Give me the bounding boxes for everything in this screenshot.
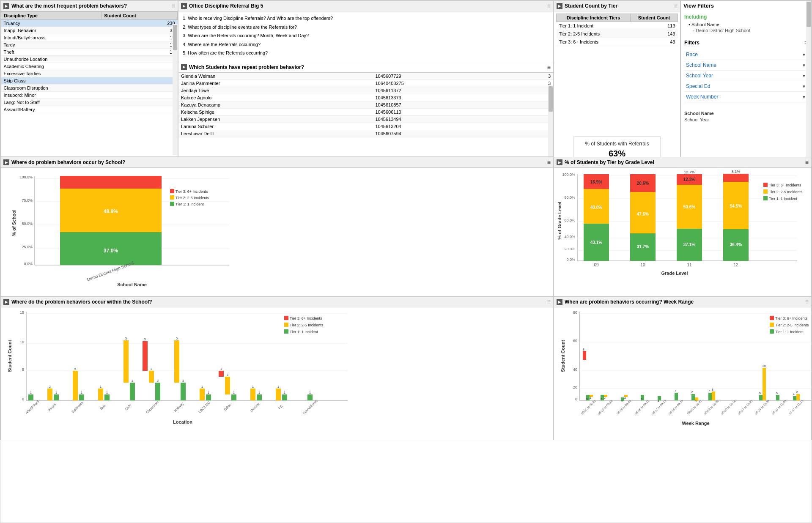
location-header: ▶ Where do the problem behaviors occur w… [1, 297, 553, 307]
table-row: Classroom Disruption7 [1, 85, 178, 92]
filter-row[interactable]: Race▼ [684, 49, 808, 60]
svg-text:8: 8 [712, 388, 713, 391]
week-range-header: ▶ When are problem behaviors occurring? … [554, 297, 811, 307]
svg-text:1: 1 [208, 391, 209, 394]
location-video-icon: ▶ [3, 299, 9, 305]
svg-text:1: 1 [30, 391, 32, 394]
svg-text:5: 5 [601, 398, 602, 401]
svg-text:30: 30 [763, 364, 766, 367]
svg-rect-147 [284, 329, 288, 334]
table-row: Kabree Agnolo10456133733 [178, 94, 553, 101]
svg-text:7: 7 [675, 389, 676, 392]
svg-rect-198 [759, 395, 763, 400]
filter-rows: Race▼School Name▼School Year▼Special Ed▼… [684, 49, 808, 102]
svg-text:1: 1 [258, 391, 260, 394]
svg-text:20: 20 [573, 385, 577, 389]
svg-text:50.0%: 50.0% [22, 222, 33, 226]
repeat-header: ▶ Which Students have repeat problem beh… [178, 62, 553, 73]
svg-text:1: 1 [55, 391, 57, 394]
list-item: 5. How often are the Referrals occurring… [183, 49, 549, 57]
svg-text:Other: Other [223, 403, 232, 412]
filter-row[interactable]: School Name▼ [684, 60, 808, 71]
svg-text:3: 3 [157, 379, 159, 382]
list-item: 1. Who is receiving Discipline Referrals… [183, 15, 549, 22]
problem-behaviors-title: What are the most frequent problem behav… [11, 3, 127, 9]
repeat-students-table: Glendia Welman10456077293Janina Pammente… [178, 73, 553, 137]
big5-menu[interactable]: ≡ [547, 3, 551, 9]
svg-text:5: 5 [22, 367, 24, 372]
week-chart: 80 60 40 20 0 8 5 2 08-15 to 08-21 [558, 307, 812, 434]
svg-text:40: 40 [573, 367, 577, 372]
table-row: Laraina Schuler10456132043 [178, 123, 553, 130]
svg-text:Tier 2: 2-5 Incidents: Tier 2: 2-5 Incidents [775, 323, 809, 327]
svg-text:5: 5 [641, 398, 642, 401]
table-row: Lang: Not to Staff7 [1, 99, 178, 106]
svg-rect-68 [763, 189, 768, 194]
svg-text:Tier 1: 1 Incident: Tier 1: 1 Incident [769, 197, 797, 201]
tier-menu[interactable]: ≡ [674, 3, 678, 9]
table-row: Jendayi Towe10456113723 [178, 87, 553, 94]
tier-grade-menu[interactable]: ≡ [805, 159, 809, 166]
svg-text:Hallway: Hallway [173, 402, 184, 413]
school-name-filter-item: • School Name [689, 22, 808, 27]
svg-text:6: 6 [691, 391, 693, 394]
filter-row[interactable]: Week Number▼ [684, 92, 808, 102]
svg-rect-96 [98, 389, 103, 400]
svg-rect-145 [284, 323, 288, 327]
view-filters-scrollbar-thumb [807, 2, 811, 27]
school-name-note: School Name School Year [684, 111, 808, 122]
tier-header: ▶ Student Count by Tier ≡ [554, 1, 680, 11]
week-menu[interactable]: ≡ [805, 298, 809, 305]
svg-text:09: 09 [594, 263, 599, 267]
svg-text:4: 4 [793, 393, 795, 396]
week-range-panel: ▶ When are problem behaviors occurring? … [554, 296, 812, 440]
problem-behaviors-menu[interactable]: ≡ [172, 3, 175, 9]
svg-text:Bathroom: Bathroom [71, 401, 84, 414]
school-video-icon: ▶ [3, 159, 9, 165]
tier-table: Discipline Incident Tiers Student Count … [556, 14, 678, 46]
svg-text:Tier 3: 6+ Incidents: Tier 3: 6+ Incidents [176, 189, 208, 194]
problem-school-header: ▶ Where do problem behaviors occur by Sc… [1, 157, 553, 168]
svg-rect-121 [231, 394, 236, 400]
svg-text:2: 2 [624, 396, 626, 399]
svg-text:Tier 2: 2-5 Incidents: Tier 2: 2-5 Incidents [176, 196, 209, 200]
location-menu[interactable]: ≡ [547, 298, 551, 305]
svg-rect-106 [149, 371, 154, 383]
svg-rect-81 [28, 394, 33, 400]
filters-section: Filters ≡ Race▼School Name▼School Year▼S… [684, 39, 808, 102]
svg-rect-128 [257, 394, 262, 400]
school-menu[interactable]: ≡ [547, 159, 551, 166]
svg-text:School Name: School Name [117, 282, 147, 287]
filters-header: Filters ≡ [684, 39, 808, 46]
filter-row[interactable]: School Year▼ [684, 71, 808, 81]
svg-text:7: 7 [708, 389, 710, 392]
school-chart: 100.0% 75.0% 50.0% 25.0% 0.0% 37.0 [9, 172, 242, 290]
location-panel: ▶ Where do the problem behaviors occur w… [0, 296, 554, 440]
week-video-icon: ▶ [557, 299, 562, 305]
repeat-menu[interactable]: ≡ [547, 64, 551, 71]
svg-text:1: 1 [277, 385, 279, 388]
big5-panel: ▶ Office Discipline Referral Big 5 ≡ 1. … [178, 0, 554, 157]
svg-rect-99 [130, 383, 135, 400]
svg-text:0: 0 [575, 397, 577, 401]
table-row: Tier 1: 1 Incident113 [557, 22, 678, 30]
view-filters-header: View Filters [681, 1, 811, 11]
svg-text:09-05 to 09-11: 09-05 to 09-11 [634, 400, 650, 415]
svg-text:16.9%: 16.9% [590, 180, 602, 184]
big5-video-icon: ▶ [181, 3, 187, 9]
svg-text:2: 2 [151, 367, 152, 370]
svg-rect-101 [123, 340, 129, 383]
problem-scrollbar[interactable] [173, 24, 178, 155]
repeat-scrollbar-thumb [549, 86, 553, 112]
svg-rect-123 [225, 377, 230, 394]
svg-rect-143 [284, 316, 288, 320]
col-tier-count: Student Count [631, 14, 678, 22]
repeat-scrollbar[interactable] [548, 85, 553, 156]
svg-text:Atrium: Atrium [47, 403, 57, 412]
svg-text:2: 2 [604, 396, 606, 399]
svg-text:80.0%: 80.0% [564, 195, 575, 200]
table-row: Insubord: Minor7 [1, 92, 178, 99]
filter-row[interactable]: Special Ed▼ [684, 81, 808, 92]
svg-text:20.6%: 20.6% [637, 181, 649, 186]
table-row: Unauthorize Location9 [1, 56, 178, 63]
